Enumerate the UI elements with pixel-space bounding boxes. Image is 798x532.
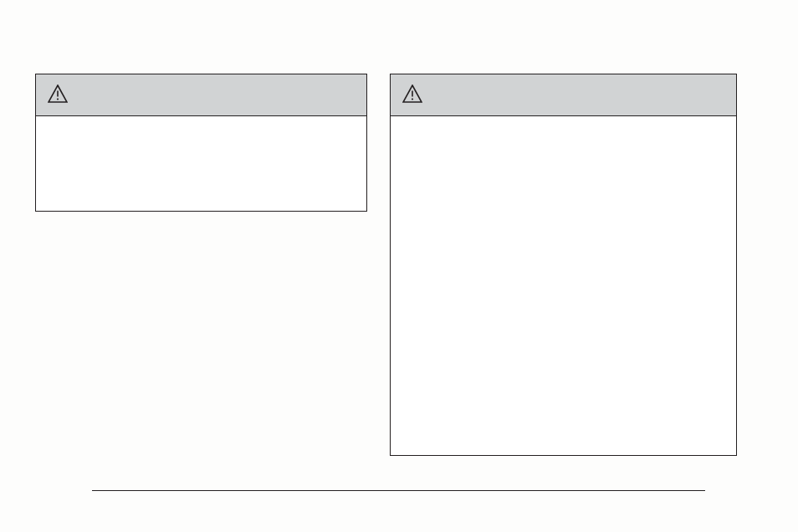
warning-header-left	[36, 74, 366, 116]
svg-point-1	[57, 98, 59, 100]
warning-box-left	[35, 74, 367, 212]
warning-icon	[402, 84, 422, 106]
svg-point-3	[412, 98, 413, 100]
horizontal-divider	[92, 490, 705, 491]
warning-icon	[48, 84, 68, 106]
warning-box-right	[390, 74, 737, 456]
warning-header-right	[391, 74, 736, 116]
